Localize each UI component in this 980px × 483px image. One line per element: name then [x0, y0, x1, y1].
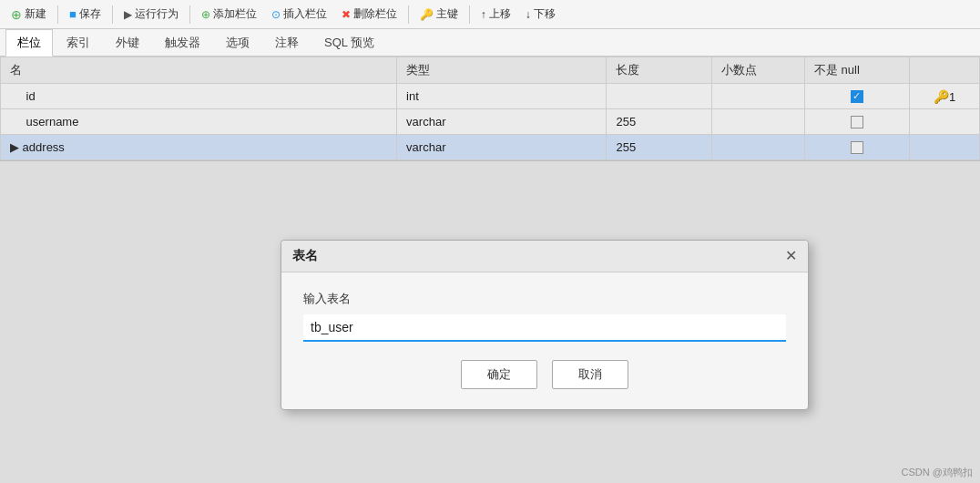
toolbar-sep-1 — [57, 5, 58, 24]
primary-key-icon: 🔑 — [420, 8, 434, 21]
dialog-buttons: 确定 取消 — [303, 360, 786, 395]
toolbar-primary-key-btn[interactable]: 🔑 主键 — [414, 5, 464, 24]
tab-options[interactable]: 选项 — [214, 29, 261, 56]
dialog-box: 表名 ✕ 输入表名 确定 取消 — [281, 240, 809, 410]
dialog-tablename-input[interactable] — [303, 314, 786, 342]
toolbar-sep-4 — [408, 5, 409, 24]
tab-trigger[interactable]: 触发器 — [153, 29, 212, 56]
toolbar-new-label: 新建 — [25, 6, 46, 22]
dialog-overlay: 表名 ✕ 输入表名 确定 取消 — [0, 57, 980, 483]
tabs-bar: 栏位 索引 外键 触发器 选项 注释 SQL 预览 — [0, 29, 980, 57]
toolbar-sep-3 — [189, 5, 190, 24]
toolbar-up-btn[interactable]: ↑ 上移 — [475, 5, 516, 24]
save-icon: ■ — [69, 7, 77, 21]
dialog-input-label: 输入表名 — [303, 291, 786, 307]
delete-field-icon: ✖ — [342, 8, 351, 21]
tab-index[interactable]: 索引 — [55, 29, 102, 56]
toolbar-run-label: 运行行为 — [135, 6, 179, 22]
toolbar-run-btn[interactable]: ▶ 运行行为 — [118, 5, 184, 24]
tab-fields[interactable]: 栏位 — [5, 29, 53, 57]
toolbar-add-field-label: 添加栏位 — [213, 6, 257, 22]
tab-comment[interactable]: 注释 — [263, 29, 311, 56]
toolbar-add-field-btn[interactable]: ⊕ 添加栏位 — [196, 5, 262, 24]
dialog-cancel-btn[interactable]: 取消 — [552, 360, 628, 389]
toolbar-save-label: 保存 — [79, 6, 101, 22]
toolbar-save-btn[interactable]: ■ 保存 — [64, 5, 107, 24]
toolbar-sep-2 — [112, 5, 113, 24]
toolbar-delete-field-label: 删除栏位 — [353, 6, 397, 22]
toolbar-up-label: 上移 — [489, 6, 511, 22]
tab-sql-preview[interactable]: SQL 预览 — [312, 29, 386, 56]
add-field-icon: ⊕ — [201, 8, 210, 21]
toolbar-down-btn[interactable]: ↓ 下移 — [520, 5, 561, 24]
dialog-confirm-btn[interactable]: 确定 — [461, 360, 537, 389]
dialog-title-bar: 表名 ✕ — [281, 241, 808, 272]
dialog-close-btn[interactable]: ✕ — [785, 249, 797, 263]
toolbar: ⊕ 新建 ■ 保存 ▶ 运行行为 ⊕ 添加栏位 ⊙ 插入栏位 ✖ 删除栏位 🔑 … — [0, 0, 980, 29]
tab-foreign-key[interactable]: 外键 — [104, 29, 151, 56]
down-icon: ↓ — [526, 8, 531, 21]
toolbar-new-btn[interactable]: ⊕ 新建 — [5, 5, 52, 24]
new-icon: ⊕ — [11, 7, 22, 22]
toolbar-insert-field-btn[interactable]: ⊙ 插入栏位 — [266, 5, 332, 24]
toolbar-down-label: 下移 — [534, 6, 556, 22]
run-icon: ▶ — [124, 8, 132, 21]
insert-field-icon: ⊙ — [271, 8, 281, 21]
toolbar-insert-field-label: 插入栏位 — [283, 6, 327, 22]
main-content: 名 类型 长度 小数点 不是 null id int — [0, 57, 980, 483]
toolbar-delete-field-btn[interactable]: ✖ 删除栏位 — [336, 5, 403, 24]
dialog-body: 输入表名 确定 取消 — [281, 272, 808, 409]
toolbar-sep-5 — [469, 5, 470, 24]
toolbar-primary-key-label: 主键 — [436, 6, 458, 22]
dialog-title: 表名 — [292, 248, 318, 264]
up-icon: ↑ — [481, 8, 486, 21]
